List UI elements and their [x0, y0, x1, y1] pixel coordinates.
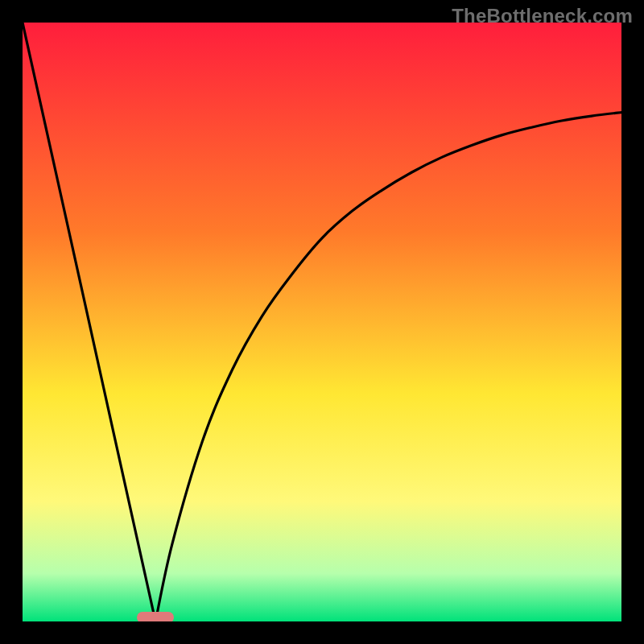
curve-left-branch: [23, 23, 155, 621]
optimal-marker: [137, 612, 174, 621]
curve-right-branch: [155, 113, 621, 621]
plot-area: [23, 23, 621, 621]
outer-frame: TheBottleneck.com: [0, 0, 644, 644]
bottleneck-curve: [23, 23, 621, 621]
